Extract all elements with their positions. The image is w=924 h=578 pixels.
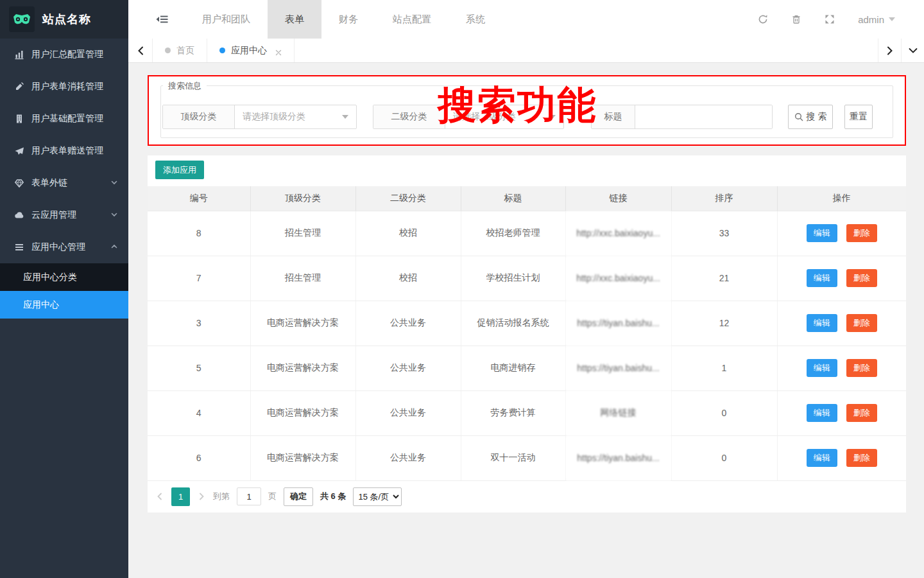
cloud-icon xyxy=(14,210,24,220)
edit-button[interactable]: 编辑 xyxy=(807,269,837,287)
user-menu[interactable]: admin xyxy=(858,14,895,25)
cell-link: http://xxc.baixiaoyu... xyxy=(565,211,671,256)
cell-actions: 编辑删除 xyxy=(777,301,906,346)
sidebar-item-label: 用户表单赠送管理 xyxy=(31,145,103,157)
tabs-menu-chevron-icon[interactable] xyxy=(901,39,924,62)
cell-title: 学校招生计划 xyxy=(461,256,565,301)
site-name: 站点名称 xyxy=(42,12,91,27)
page-size-select[interactable]: 15 条/页 xyxy=(353,487,402,506)
cell-actions: 编辑删除 xyxy=(777,256,906,301)
list-icon xyxy=(14,242,24,252)
delete-button[interactable]: 删除 xyxy=(846,404,877,422)
sub-category-select[interactable]: 二级分类 请选择二级分类 xyxy=(373,105,564,129)
table-row: 4 电商运营解决方案 公共业务 劳务费计算 网络链接 0 编辑删除 xyxy=(148,390,906,435)
cell-id: 4 xyxy=(148,390,250,435)
cell-actions: 编辑删除 xyxy=(777,390,906,435)
sidebar-item-user-base-config[interactable]: 用户基础配置管理 xyxy=(0,103,128,135)
search-icon xyxy=(794,112,803,121)
table-header-row: 编号 顶级分类 二级分类 标题 链接 排序 操作 xyxy=(148,186,906,211)
goto-suffix-label: 页 xyxy=(268,491,277,502)
nav-item-finance[interactable]: 财务 xyxy=(321,0,375,39)
page-number-button[interactable]: 1 xyxy=(171,487,190,506)
table-row: 8 招生管理 校招 校招老师管理 http://xxc.baixiaoyu...… xyxy=(148,211,906,256)
table-row: 7 招生管理 校招 学校招生计划 http://xxc.baixiaoyu...… xyxy=(148,256,906,301)
fullscreen-icon[interactable] xyxy=(825,14,835,24)
top-category-placeholder[interactable]: 请选择顶级分类 xyxy=(235,105,356,128)
tabbar-spacer xyxy=(295,39,878,62)
sidebar-item-user-form-gift[interactable]: 用户表单赠送管理 xyxy=(0,135,128,167)
refresh-icon[interactable] xyxy=(758,14,768,24)
table-row: 5 电商运营解决方案 公共业务 电商进销存 https://tiyan.bais… xyxy=(148,346,906,390)
table-row: 6 电商运营解决方案 公共业务 双十一活动 https://tiyan.bais… xyxy=(148,435,906,480)
sidebar-item-label: 用户汇总配置管理 xyxy=(31,49,103,60)
cell-id: 6 xyxy=(148,435,250,480)
cell-sub-category: 校招 xyxy=(355,211,461,256)
delete-button[interactable]: 删除 xyxy=(846,269,877,287)
delete-button[interactable]: 删除 xyxy=(846,224,877,242)
reset-button[interactable]: 重置 xyxy=(844,105,873,129)
add-app-button[interactable]: 添加应用 xyxy=(155,161,204,179)
sub-category-placeholder[interactable]: 请选择二级分类 xyxy=(445,105,563,128)
delete-button[interactable]: 删除 xyxy=(846,314,877,332)
cell-link: https://tiyan.baishu... xyxy=(565,435,671,480)
sidebar-item-user-form-consume[interactable]: 用户表单消耗管理 xyxy=(0,71,128,103)
nav-item-site-config[interactable]: 站点配置 xyxy=(375,0,449,39)
search-button[interactable]: 搜 索 xyxy=(788,105,833,129)
admin-app: 站点名称 用户汇总配置管理 用户表单消耗管理 用户基础配置管理 用户表单赠送管理 xyxy=(0,0,924,578)
cell-sub-category: 公共业务 xyxy=(355,301,461,346)
sidebar-item-user-summary-config[interactable]: 用户汇总配置管理 xyxy=(0,39,128,71)
app-center-submenu: 应用中心分类 应用中心 xyxy=(0,263,128,319)
goto-page-input[interactable] xyxy=(237,487,261,505)
cell-sub-category: 校招 xyxy=(355,256,461,301)
gem-icon xyxy=(14,178,24,188)
prev-page-icon[interactable] xyxy=(155,492,164,501)
sidebar-item-app-center-category[interactable]: 应用中心分类 xyxy=(0,263,128,291)
tab-app-center[interactable]: 应用中心 xyxy=(207,39,295,62)
sidebar-subitem-label: 应用中心 xyxy=(23,299,59,311)
cell-sort: 0 xyxy=(671,435,777,480)
edit-button[interactable]: 编辑 xyxy=(807,404,837,422)
sidebar-item-cloud-app[interactable]: 云应用管理 xyxy=(0,199,128,231)
close-icon[interactable] xyxy=(275,48,282,54)
tabs-scroll-right-icon[interactable] xyxy=(878,39,901,62)
cell-sort: 12 xyxy=(671,301,777,346)
cell-link: https://tiyan.baishu... xyxy=(565,346,671,390)
goto-confirm-button[interactable]: 确定 xyxy=(284,487,313,506)
trash-icon[interactable] xyxy=(791,14,801,24)
cell-link: http://xxc.baixiaoyu... xyxy=(565,256,671,301)
cell-top-category: 招生管理 xyxy=(250,256,355,301)
cell-top-category: 电商运营解决方案 xyxy=(250,301,355,346)
owl-logo-icon xyxy=(9,6,35,32)
cell-actions: 编辑删除 xyxy=(777,346,906,390)
nav-item-system[interactable]: 系统 xyxy=(449,0,502,39)
nav-item-users-teams[interactable]: 用户和团队 xyxy=(185,0,268,39)
edit-button[interactable]: 编辑 xyxy=(807,224,837,242)
cell-top-category: 招生管理 xyxy=(250,211,355,256)
delete-button[interactable]: 删除 xyxy=(846,449,877,467)
chevron-down-icon xyxy=(549,115,556,119)
edit-button[interactable]: 编辑 xyxy=(807,449,837,467)
cell-actions: 编辑删除 xyxy=(777,211,906,256)
menu-fold-icon[interactable] xyxy=(156,0,169,39)
tab-dot-icon xyxy=(165,48,171,53)
tab-home[interactable]: 首页 xyxy=(153,39,207,62)
sidebar-item-app-center[interactable]: 应用中心 xyxy=(0,291,128,319)
top-nav: 用户和团队 表单 财务 站点配置 系统 xyxy=(185,0,502,39)
bar-chart-icon xyxy=(14,49,24,60)
edit-button[interactable]: 编辑 xyxy=(807,314,837,332)
sidebar-item-form-external-link[interactable]: 表单外链 xyxy=(0,167,128,199)
next-page-icon[interactable] xyxy=(197,492,206,501)
title-input[interactable] xyxy=(635,105,772,128)
paper-plane-icon xyxy=(14,146,24,156)
tabs-scroll-left-icon[interactable] xyxy=(128,39,153,62)
chevron-down-icon xyxy=(110,178,118,188)
sidebar-item-app-center-manage[interactable]: 应用中心管理 xyxy=(0,231,128,263)
delete-button[interactable]: 删除 xyxy=(846,359,877,377)
top-category-select[interactable]: 顶级分类 请选择顶级分类 xyxy=(162,105,357,129)
building-icon xyxy=(14,114,24,124)
cell-id: 3 xyxy=(148,301,250,346)
cell-link: 网络链接 xyxy=(565,390,671,435)
edit-button[interactable]: 编辑 xyxy=(807,359,837,377)
nav-item-forms[interactable]: 表单 xyxy=(268,0,321,39)
goto-prefix-label: 到第 xyxy=(213,491,230,502)
